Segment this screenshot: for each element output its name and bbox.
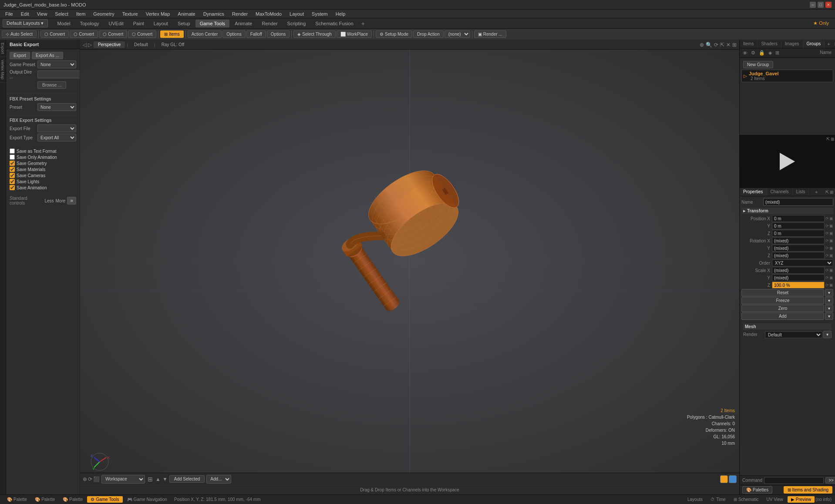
zero-arrow[interactable]: ▾ bbox=[825, 305, 833, 312]
vp-icon-4[interactable]: ⇱ bbox=[720, 42, 724, 48]
menu-file[interactable]: File bbox=[2, 10, 17, 17]
pos-x-icon-1[interactable]: ⟳ bbox=[825, 216, 829, 221]
save-only-anim-checkbox[interactable] bbox=[10, 155, 15, 160]
vp-footer-icon-3[interactable]: ⬛ bbox=[93, 476, 100, 482]
items-button[interactable]: ⊞ Items bbox=[160, 30, 183, 38]
right-tab-images[interactable]: Images bbox=[781, 40, 803, 48]
export-as-button[interactable]: Export As ... bbox=[32, 52, 63, 59]
vp-icon-6[interactable]: ⊞ bbox=[732, 42, 737, 48]
convert-button-4[interactable]: ⬡ Convert bbox=[128, 30, 156, 38]
browse-button[interactable]: Browse ... bbox=[37, 81, 66, 89]
tab-paint[interactable]: Paint bbox=[129, 20, 148, 27]
play-button[interactable] bbox=[780, 153, 795, 170]
scale-z-icon-1[interactable]: ⟳ bbox=[825, 283, 829, 287]
bottom-tab-preview[interactable]: ▶ Preview bbox=[788, 496, 815, 503]
rot-y-icon-1[interactable]: ⟳ bbox=[825, 246, 829, 250]
arrow-button[interactable]: » bbox=[67, 197, 76, 205]
render-button[interactable]: ▣ Render ... bbox=[474, 30, 506, 38]
right-tab-shaders[interactable]: Shaders bbox=[758, 40, 781, 48]
right-icon-2[interactable]: ⚙ bbox=[750, 50, 757, 56]
reset-button[interactable]: Reset bbox=[741, 289, 824, 296]
freeze-button[interactable]: Freeze bbox=[741, 297, 824, 304]
zero-button[interactable]: Zero bbox=[741, 305, 824, 312]
tab-topology[interactable]: Topology bbox=[75, 20, 103, 27]
prop-tab-lists[interactable]: Lists bbox=[793, 188, 809, 196]
select-through-button[interactable]: ◈ Select Through bbox=[293, 30, 336, 38]
export-button[interactable]: Export bbox=[10, 52, 30, 59]
add-arrow[interactable]: ▾ bbox=[825, 312, 833, 320]
scale-x-icon-1[interactable]: ⟳ bbox=[825, 268, 829, 272]
pos-y-icon-2[interactable]: ▣ bbox=[829, 224, 833, 228]
bottom-tab-game-nav[interactable]: 🎮 Game Navigation bbox=[124, 496, 171, 503]
vp-forward-icon[interactable]: ▷ bbox=[88, 42, 92, 48]
more-button[interactable]: More bbox=[56, 198, 66, 203]
convert-button-2[interactable]: ⬡ Convert bbox=[70, 30, 98, 38]
right-icon-1[interactable]: 👁 bbox=[741, 50, 749, 56]
pos-x-icon-2[interactable]: ▣ bbox=[829, 216, 833, 221]
options-button-1[interactable]: Options bbox=[222, 30, 245, 38]
bottom-tab-uv-view[interactable]: UV View bbox=[763, 496, 787, 503]
options-button-2[interactable]: Options bbox=[267, 30, 290, 38]
rot-z-icon-1[interactable]: ⟳ bbox=[825, 253, 829, 258]
preset-select[interactable]: None bbox=[37, 103, 76, 111]
add-select[interactable]: Add... bbox=[206, 475, 231, 484]
right-icon-5[interactable]: ⊞ bbox=[774, 50, 781, 56]
tab-scripting[interactable]: Scripting bbox=[283, 20, 310, 27]
items-shading-btn[interactable]: ⊞ Items and Shading bbox=[784, 486, 832, 494]
auto-select-button[interactable]: ⊹ Auto Select bbox=[2, 30, 37, 38]
vp-icon-5[interactable]: ✕ bbox=[726, 42, 731, 48]
scale-x-icon-2[interactable]: ▣ bbox=[829, 268, 833, 272]
menu-help[interactable]: Help bbox=[332, 10, 349, 17]
color-btn-yellow[interactable] bbox=[720, 475, 728, 483]
minimize-button[interactable]: ─ bbox=[810, 2, 816, 8]
workplane-button[interactable]: ⬜ WorkPlace bbox=[337, 30, 372, 38]
vp-footer-icon-2[interactable]: ⟳ bbox=[88, 476, 92, 482]
right-tab-add[interactable]: + bbox=[825, 40, 832, 48]
bottom-tab-game-tools[interactable]: ⚙ Game Tools bbox=[87, 496, 122, 503]
vp-tab-raygl[interactable]: Ray GL: Off bbox=[157, 41, 189, 48]
right-tab-items[interactable]: Items bbox=[740, 40, 758, 48]
menu-edit[interactable]: Edit bbox=[17, 10, 33, 17]
order-select[interactable]: XYZ bbox=[772, 259, 833, 266]
transform-collapse-icon[interactable]: ▸ bbox=[743, 208, 745, 213]
prop-tab-channels[interactable]: Channels bbox=[767, 188, 793, 196]
play-container[interactable] bbox=[780, 153, 795, 170]
scale-y-icon-2[interactable]: ▣ bbox=[829, 276, 833, 280]
menu-view[interactable]: View bbox=[34, 10, 51, 17]
menu-system[interactable]: System bbox=[308, 10, 331, 17]
save-animation-checkbox[interactable] bbox=[10, 185, 15, 190]
bottom-tab-schematic[interactable]: ⊞ Schematic bbox=[730, 496, 762, 503]
save-lights-checkbox[interactable] bbox=[10, 179, 15, 184]
new-group-button[interactable]: New Group bbox=[743, 61, 773, 68]
convert-button-3[interactable]: ⬡ Convert bbox=[99, 30, 127, 38]
rot-z-icon-2[interactable]: ▣ bbox=[829, 253, 833, 258]
save-cameras-checkbox[interactable] bbox=[10, 173, 15, 178]
export-file-select[interactable] bbox=[37, 124, 76, 132]
tab-uvedit[interactable]: UVEdit bbox=[104, 20, 128, 27]
preview-icon-1[interactable]: ⇱ bbox=[826, 137, 830, 141]
vp-footer-icon-arrow-up[interactable]: ▲ bbox=[155, 476, 161, 482]
action-center-button[interactable]: Action Center bbox=[188, 30, 222, 38]
vp-footer-icon-1[interactable]: ⊕ bbox=[83, 476, 87, 482]
vp-icon-3[interactable]: ⟳ bbox=[714, 42, 718, 48]
rot-x-icon-1[interactable]: ⟳ bbox=[825, 239, 829, 243]
star-only[interactable]: ★ Only bbox=[810, 19, 832, 27]
menu-animate[interactable]: Animate bbox=[174, 10, 199, 17]
preview-icon-2[interactable]: ⊞ bbox=[831, 137, 834, 141]
bottom-tab-palette-2[interactable]: 🎨 Palette bbox=[31, 496, 58, 503]
prop-add-tab[interactable]: + bbox=[812, 188, 820, 196]
vp-footer-icon-grid[interactable]: ⊞ bbox=[148, 476, 153, 483]
export-type-select[interactable]: Export All bbox=[37, 134, 76, 141]
scale-y-icon-1[interactable]: ⟳ bbox=[825, 276, 829, 280]
layouts-dropdown[interactable]: Default Layouts ▾ bbox=[3, 19, 48, 27]
group-item[interactable]: ▷ Judge_Gavel 2 Items bbox=[741, 70, 833, 82]
menu-geometry[interactable]: Geometry bbox=[90, 10, 118, 17]
right-icon-3[interactable]: 🔒 bbox=[758, 50, 766, 56]
vp-footer-icon-arrow-down[interactable]: ▼ bbox=[162, 476, 168, 482]
vp-tab-default[interactable]: Default bbox=[130, 41, 152, 48]
menu-texture[interactable]: Texture bbox=[119, 10, 141, 17]
add-button[interactable]: Add bbox=[741, 312, 824, 320]
viewport-3d[interactable]: 2 Items Polygons : Catmull-Clark Channel… bbox=[80, 50, 739, 473]
tab-schematic-fusion[interactable]: Schematic Fusion bbox=[311, 20, 357, 27]
tab-animate[interactable]: Animate bbox=[230, 20, 256, 27]
